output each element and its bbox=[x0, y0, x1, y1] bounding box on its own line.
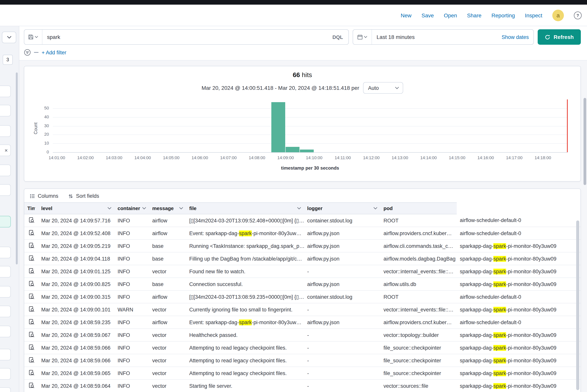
chart-gridline bbox=[53, 135, 567, 135]
close-icon[interactable]: × bbox=[5, 148, 8, 153]
histogram-bar[interactable] bbox=[271, 102, 285, 152]
file-cell: airflow.py.json bbox=[304, 227, 380, 240]
help-icon[interactable]: ? bbox=[574, 11, 582, 19]
level-cell: INFO bbox=[114, 341, 149, 354]
filter-divider bbox=[34, 52, 38, 53]
expand-document-button[interactable] bbox=[24, 328, 38, 341]
histogram-bar[interactable] bbox=[300, 150, 314, 152]
field-chip[interactable] bbox=[0, 349, 11, 360]
chart-gridline bbox=[53, 144, 567, 144]
sort-chevron-icon[interactable] bbox=[142, 207, 146, 210]
level-cell: INFO bbox=[114, 328, 149, 341]
time-cell: Mar 20, 2024 @ 14:09:57.716 bbox=[38, 214, 114, 227]
quick-select-menu-button[interactable] bbox=[353, 30, 372, 44]
column-header-logger[interactable]: logger bbox=[304, 202, 380, 214]
y-tick-label: 0 bbox=[24, 150, 49, 154]
level-cell: INFO bbox=[114, 252, 149, 265]
column-label: file bbox=[189, 206, 196, 211]
message-cell: Healthcheck passed. bbox=[186, 328, 304, 341]
column-header-container[interactable]: container bbox=[114, 202, 149, 214]
logger-cell: file_source::checkpointer bbox=[380, 367, 457, 380]
expand-document-button[interactable] bbox=[24, 227, 38, 240]
chart-gridline bbox=[53, 152, 567, 153]
expand-document-icon bbox=[28, 280, 34, 286]
log-row: Mar 20, 2024 @ 14:08:59.235INFOairflowEv… bbox=[24, 316, 580, 328]
nav-share[interactable]: Share bbox=[467, 12, 482, 18]
expand-document-icon bbox=[28, 242, 34, 248]
expand-document-button[interactable] bbox=[24, 316, 38, 328]
nav-save[interactable]: Save bbox=[422, 12, 434, 18]
log-row: Mar 20, 2024 @ 14:09:00.825INFObaseConne… bbox=[24, 278, 580, 290]
expand-document-button[interactable] bbox=[24, 278, 38, 290]
saved-query-menu-button[interactable] bbox=[24, 30, 42, 44]
pod-cell: sparkapp-dag-spark-pi-monitor-80y3uw09 bbox=[457, 380, 580, 392]
file-cell: - bbox=[304, 341, 380, 354]
log-row: Mar 20, 2024 @ 14:09:05.219INFObaseRunni… bbox=[24, 240, 580, 252]
histogram-bar[interactable] bbox=[286, 147, 300, 152]
columns-button[interactable]: Columns bbox=[30, 193, 58, 199]
nav-reporting[interactable]: Reporting bbox=[492, 12, 515, 18]
field-chip[interactable] bbox=[0, 105, 11, 116]
container-cell: base bbox=[149, 240, 186, 252]
field-chip[interactable] bbox=[0, 184, 11, 196]
expand-document-button[interactable] bbox=[24, 265, 38, 278]
column-label: level bbox=[41, 206, 52, 211]
expand-document-button[interactable] bbox=[24, 214, 38, 227]
column-header-file[interactable]: file bbox=[186, 202, 304, 214]
expand-document-icon bbox=[28, 318, 34, 325]
sidebar-collapse-button[interactable] bbox=[2, 32, 16, 43]
x-tick-label: 14:01:00 bbox=[42, 155, 71, 160]
sort-chevron-icon[interactable] bbox=[179, 207, 183, 210]
field-chip[interactable] bbox=[0, 326, 11, 337]
expand-document-button[interactable] bbox=[24, 303, 38, 316]
sort-fields-button[interactable]: Sort fields bbox=[68, 193, 99, 199]
field-chip[interactable] bbox=[0, 164, 11, 176]
show-dates-button[interactable]: Show dates bbox=[497, 30, 534, 44]
refresh-button[interactable]: Refresh bbox=[538, 29, 581, 45]
field-chip[interactable] bbox=[0, 86, 11, 97]
time-range-value[interactable]: Last 18 minutes bbox=[372, 30, 497, 44]
logger-cell: airflow.utils.db bbox=[380, 278, 457, 290]
field-chip[interactable] bbox=[0, 368, 11, 380]
expand-document-button[interactable] bbox=[24, 252, 38, 265]
user-avatar[interactable]: a bbox=[552, 10, 564, 21]
column-header-level[interactable]: level bbox=[38, 202, 114, 214]
nav-inspect[interactable]: Inspect bbox=[525, 12, 542, 18]
search-box: DQL bbox=[24, 29, 349, 45]
sort-chevron-icon[interactable] bbox=[108, 207, 112, 210]
file-cell: - bbox=[304, 380, 380, 392]
field-chip[interactable] bbox=[0, 216, 11, 228]
add-filter-button[interactable]: + Add filter bbox=[42, 50, 66, 55]
nav-open[interactable]: Open bbox=[444, 12, 457, 18]
expand-document-button[interactable] bbox=[24, 341, 38, 354]
nav-new[interactable]: New bbox=[401, 12, 412, 18]
column-header-pod[interactable]: pod bbox=[380, 202, 457, 214]
expand-document-button[interactable] bbox=[24, 290, 38, 303]
sort-chevron-icon[interactable] bbox=[297, 207, 301, 210]
expand-document-button[interactable] bbox=[24, 367, 38, 380]
time-cell: Mar 20, 2024 @ 14:08:59.064 bbox=[38, 380, 114, 392]
logger-cell: vector::topology::builder bbox=[380, 328, 457, 341]
column-header-time-timestamp[interactable]: Time (timestamp) bbox=[24, 202, 38, 214]
field-chip[interactable] bbox=[0, 266, 11, 278]
field-chip[interactable] bbox=[0, 125, 11, 137]
filter-icon[interactable] bbox=[24, 49, 31, 56]
column-header-message[interactable]: message bbox=[149, 202, 186, 214]
field-chip[interactable] bbox=[0, 286, 11, 298]
expand-document-button[interactable] bbox=[24, 380, 38, 392]
level-cell: INFO bbox=[114, 367, 149, 380]
field-chip[interactable] bbox=[0, 306, 11, 317]
sidebar-scrollbar[interactable] bbox=[16, 72, 18, 264]
page-scrollbar[interactable] bbox=[584, 98, 586, 185]
table-scrollbar[interactable] bbox=[576, 220, 579, 390]
field-chip[interactable]: × bbox=[0, 144, 11, 156]
expand-document-button[interactable] bbox=[24, 240, 38, 252]
query-language-button[interactable]: DQL bbox=[327, 30, 348, 44]
expand-document-button[interactable] bbox=[24, 354, 38, 367]
field-chip[interactable] bbox=[0, 247, 11, 258]
container-cell: airflow bbox=[149, 316, 186, 328]
field-chip[interactable] bbox=[0, 387, 11, 392]
sort-chevron-icon[interactable] bbox=[374, 207, 377, 210]
logger-cell: airflow.models.dagbag.DagBag bbox=[380, 252, 457, 265]
search-input[interactable] bbox=[42, 30, 327, 44]
